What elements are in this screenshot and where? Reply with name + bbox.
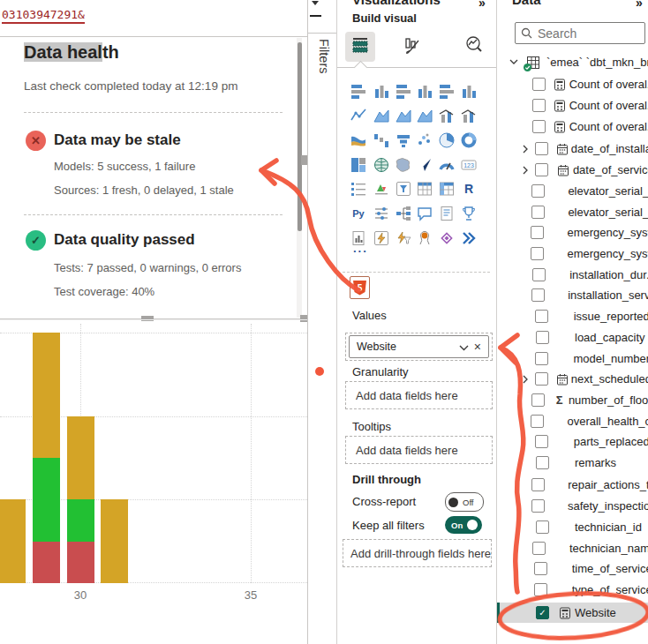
field-checkbox[interactable] bbox=[534, 562, 547, 575]
field-row-technician-id[interactable]: technician_id bbox=[497, 517, 648, 537]
field-row-type-of-service[interactable]: type_of_service bbox=[497, 580, 648, 600]
tab-analytics[interactable] bbox=[459, 32, 489, 62]
visual-type-chevrons-visual[interactable] bbox=[459, 228, 478, 248]
field-checkbox[interactable] bbox=[531, 184, 545, 198]
field-row-website[interactable]: ✓Website bbox=[497, 603, 648, 623]
more-visuals-button[interactable]: ... bbox=[353, 242, 368, 255]
chevron-right-icon[interactable] bbox=[523, 375, 529, 384]
visual-type-stacked-area-chart[interactable] bbox=[394, 106, 413, 125]
field-row-emergency-syst[interactable]: emergency_syst... bbox=[497, 243, 648, 264]
collapse-pane-icon[interactable]: » bbox=[636, 0, 643, 10]
visual-type-100-stacked-bar-chart[interactable] bbox=[437, 81, 456, 101]
bar-segment-segment-amber[interactable] bbox=[33, 333, 60, 458]
visual-type-azure-map[interactable] bbox=[415, 155, 434, 175]
field-checkbox[interactable] bbox=[532, 78, 546, 91]
granularity-field-well[interactable]: Add data fields here bbox=[345, 381, 493, 409]
visual-type-pie-chart[interactable] bbox=[437, 131, 456, 150]
filters-pane-label[interactable]: Filters bbox=[317, 39, 331, 73]
chevron-right-icon[interactable] bbox=[523, 166, 529, 175]
bar-segment-segment-red[interactable] bbox=[67, 542, 94, 583]
field-checkbox[interactable] bbox=[535, 435, 548, 448]
report-canvas[interactable]: 03103947291& Data health Last check comp… bbox=[0, 0, 308, 644]
resize-handle-right[interactable] bbox=[301, 155, 307, 165]
visual-type-card[interactable]: 123 bbox=[459, 155, 478, 175]
field-checkbox[interactable] bbox=[535, 372, 548, 386]
visual-type-metrics[interactable] bbox=[459, 204, 478, 223]
chevron-down-icon[interactable] bbox=[459, 339, 469, 355]
drill-through-field-well[interactable]: Add drill-through fields here bbox=[343, 539, 492, 567]
visual-type-decomposition-tree[interactable] bbox=[394, 204, 413, 223]
visual-type-key-influencers[interactable] bbox=[372, 204, 391, 223]
search-input[interactable] bbox=[536, 26, 644, 41]
visual-type-table[interactable] bbox=[415, 179, 434, 198]
visual-type-gauge[interactable] bbox=[437, 155, 456, 175]
field-row-number-of-floo[interactable]: Σnumber_of_floo... bbox=[497, 390, 648, 410]
visual-type-power-apps[interactable] bbox=[372, 228, 391, 248]
field-row-installation-serv[interactable]: installation_serv... bbox=[497, 285, 648, 305]
field-checkbox[interactable] bbox=[532, 99, 546, 112]
field-checkbox[interactable] bbox=[532, 120, 546, 133]
field-checkbox[interactable]: ✓ bbox=[536, 606, 549, 619]
keep-all-filters-toggle[interactable]: On bbox=[445, 516, 482, 534]
search-box[interactable] bbox=[515, 22, 645, 44]
field-row-parts-replaced[interactable]: parts_replaced bbox=[497, 431, 648, 452]
bar-segment-segment-amber[interactable] bbox=[101, 499, 128, 583]
visual-type-arcgis-maps[interactable] bbox=[415, 228, 434, 248]
values-field-pill[interactable]: Website × bbox=[349, 335, 489, 358]
cross-report-toggle[interactable]: Off bbox=[445, 492, 484, 512]
tab-build-visual[interactable] bbox=[345, 32, 375, 62]
visual-type-qa-visual[interactable] bbox=[415, 204, 434, 223]
field-row-installation-dur[interactable]: installation_dur... bbox=[497, 265, 648, 285]
field-row-remarks[interactable]: remarks bbox=[497, 453, 648, 473]
visual-type-waterfall-chart[interactable] bbox=[372, 131, 391, 150]
visual-type-r-script-visual[interactable]: R bbox=[459, 179, 478, 198]
visual-type-ribbon-chart[interactable] bbox=[349, 131, 368, 150]
data-health-card-visual[interactable]: Data health Last check completed today a… bbox=[0, 37, 305, 319]
field-checkbox[interactable] bbox=[532, 268, 546, 281]
visual-type-line-and-clustered-column-chart[interactable] bbox=[459, 106, 478, 125]
remove-field-icon[interactable]: × bbox=[474, 340, 481, 354]
visual-type-line-and-stacked-column-chart[interactable] bbox=[437, 106, 456, 125]
visual-type-clustered-column-chart[interactable] bbox=[415, 81, 434, 101]
chevron-down-icon[interactable] bbox=[312, 1, 319, 5]
field-checkbox[interactable] bbox=[531, 499, 545, 513]
field-checkbox[interactable] bbox=[534, 583, 547, 596]
collapse-pane-icon[interactable]: » bbox=[478, 0, 486, 10]
field-checkbox[interactable] bbox=[531, 415, 544, 428]
field-checkbox[interactable] bbox=[531, 206, 545, 219]
visual-type-line-chart[interactable] bbox=[349, 106, 368, 125]
tab-format-visual[interactable] bbox=[397, 32, 427, 62]
stacked-column-chart-visual[interactable]: 3035 bbox=[0, 319, 307, 644]
field-row-elevator-serial[interactable]: elevator_serial_... bbox=[497, 181, 648, 201]
visual-type-filled-map[interactable] bbox=[394, 155, 413, 175]
visual-type-100-stacked-area-chart[interactable] bbox=[415, 106, 434, 125]
field-row-count-of-overal[interactable]: Count of overal... bbox=[497, 116, 648, 137]
visual-type-scatter-chart[interactable] bbox=[415, 131, 434, 150]
field-row-model-number[interactable]: model_number bbox=[497, 348, 648, 369]
bar-segment-segment-red[interactable] bbox=[33, 542, 60, 583]
field-row-emergency-syst[interactable]: emergency_syst... bbox=[497, 222, 648, 243]
field-row-safety-inspectio[interactable]: safety_inspectio... bbox=[497, 496, 648, 516]
field-row-date-of-installa[interactable]: date_of_installa... bbox=[497, 139, 648, 159]
visual-type-area-chart[interactable] bbox=[372, 106, 391, 125]
values-field-well[interactable]: Website × bbox=[345, 333, 493, 361]
visual-type-python-visual[interactable]: Py bbox=[349, 204, 368, 223]
visual-type-smart-narrative[interactable] bbox=[437, 204, 456, 223]
visual-type-matrix[interactable] bbox=[437, 179, 456, 198]
bar-segment-segment-green[interactable] bbox=[33, 458, 60, 542]
tooltips-field-well[interactable]: Add data fields here bbox=[345, 436, 493, 464]
visual-type-slicer[interactable] bbox=[394, 179, 413, 198]
field-checkbox[interactable] bbox=[532, 542, 546, 555]
chevron-right-icon[interactable] bbox=[523, 145, 529, 154]
field-checkbox[interactable] bbox=[535, 142, 548, 155]
bar-segment-segment-amber[interactable] bbox=[0, 499, 26, 583]
field-checkbox[interactable] bbox=[531, 247, 544, 260]
field-checkbox[interactable] bbox=[531, 478, 545, 491]
field-checkbox[interactable] bbox=[536, 520, 549, 534]
field-row-next-scheduled[interactable]: next_scheduled... bbox=[497, 369, 648, 389]
visual-type-treemap[interactable] bbox=[349, 155, 368, 175]
visual-type-stacked-column-chart[interactable] bbox=[372, 81, 391, 101]
field-checkbox[interactable] bbox=[531, 288, 545, 302]
visual-type-kpi[interactable] bbox=[372, 179, 391, 198]
card-scrollbar-thumb[interactable] bbox=[298, 42, 302, 231]
